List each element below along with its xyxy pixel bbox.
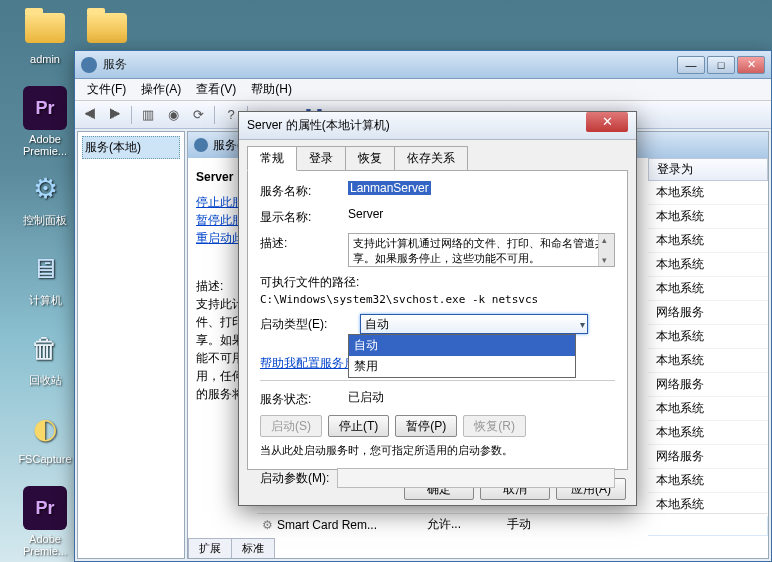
desktop-icon-回收站[interactable]: 🗑回收站: [16, 326, 74, 388]
list-item[interactable]: 本地系统: [648, 421, 768, 445]
desktop-icon-计算机[interactable]: 🖥计算机: [16, 246, 74, 308]
gear-icon: [194, 138, 208, 152]
list-item[interactable]: 本地系统: [648, 397, 768, 421]
desktop-icon-Adobe Premie...[interactable]: PrAdobe Premie...: [16, 86, 74, 157]
service-name-label: 服务名称:: [260, 181, 348, 200]
service-name-value: LanmanServer: [348, 181, 431, 195]
refresh-button[interactable]: ⟳: [187, 104, 209, 126]
list-item[interactable]: 本地系统: [648, 181, 768, 205]
bottom-tab[interactable]: 扩展: [188, 538, 232, 558]
startup-type-label: 启动类型(E):: [260, 314, 360, 333]
dialog-titlebar[interactable]: Server 的属性(本地计算机) ✕: [239, 112, 636, 140]
exe-path-value: C:\Windows\system32\svchost.exe -k netsv…: [260, 293, 615, 306]
chevron-down-icon: ▾: [580, 319, 585, 330]
list-item[interactable]: 网络服务: [648, 373, 768, 397]
option-auto[interactable]: 自动: [349, 335, 575, 356]
status-label: 服务状态:: [260, 389, 348, 408]
dialog-tab[interactable]: 常规: [247, 146, 297, 171]
tree-root[interactable]: 服务(本地): [82, 136, 180, 159]
list-item[interactable]: 本地系统: [648, 469, 768, 493]
menu-item[interactable]: 操作(A): [135, 79, 187, 100]
list-item[interactable]: 本地系统: [648, 253, 768, 277]
description-box: 支持此计算机通过网络的文件、打印、和命名管道共享。如果服务停止，这些功能不可用。: [348, 233, 615, 267]
list-item[interactable]: 本地系统: [648, 325, 768, 349]
column-header-logon[interactable]: 登录为: [648, 158, 768, 181]
back-button[interactable]: ⯇: [79, 104, 101, 126]
bottom-service-row[interactable]: ⚙ Smart Card Rem... 允许... 手动: [257, 513, 767, 535]
minimize-button[interactable]: —: [677, 56, 705, 74]
list-item[interactable]: 网络服务: [648, 445, 768, 469]
list-item[interactable]: 本地系统: [648, 277, 768, 301]
dialog-tab[interactable]: 登录: [296, 146, 346, 170]
start-params-hint: 当从此处启动服务时，您可指定所适用的启动参数。: [260, 443, 615, 458]
menubar: 文件(F)操作(A)查看(V)帮助(H): [75, 79, 771, 101]
start-params-input: [337, 468, 615, 488]
bottom-tabs: 扩展标准: [188, 538, 274, 558]
dialog-tabs: 常规登录恢复依存关系: [239, 140, 636, 170]
services-title: 服务: [103, 56, 677, 73]
dialog-tab[interactable]: 依存关系: [394, 146, 468, 170]
display-name-label: 显示名称:: [260, 207, 348, 226]
dialog-tab[interactable]: 恢复: [345, 146, 395, 170]
list-item[interactable]: 本地系统: [648, 229, 768, 253]
services-titlebar[interactable]: 服务 — □ ✕: [75, 51, 771, 79]
bottom-tab[interactable]: 标准: [231, 538, 275, 558]
services-icon: [81, 57, 97, 73]
description-scrollbar[interactable]: [598, 234, 614, 266]
tab-panel-general: 服务名称: LanmanServer 显示名称: Server 描述: 支持此计…: [247, 170, 628, 470]
list-item[interactable]: 本地系统: [648, 349, 768, 373]
option-disabled[interactable]: 禁用: [349, 356, 575, 377]
start-button: 启动(S): [260, 415, 322, 437]
startup-type-combo[interactable]: 自动 ▾: [360, 314, 588, 334]
dialog-title: Server 的属性(本地计算机): [247, 117, 586, 134]
dialog-close-button[interactable]: ✕: [586, 112, 628, 132]
display-name-value: Server: [348, 207, 615, 221]
show-hide-button[interactable]: ▥: [137, 104, 159, 126]
menu-item[interactable]: 查看(V): [190, 79, 242, 100]
list-item[interactable]: 网络服务: [648, 301, 768, 325]
resume-button: 恢复(R): [463, 415, 526, 437]
desktop-icon-admin[interactable]: admin: [16, 6, 74, 65]
maximize-button[interactable]: □: [707, 56, 735, 74]
gear-icon: ⚙: [257, 518, 277, 532]
start-params-label: 启动参数(M):: [260, 470, 329, 487]
close-button[interactable]: ✕: [737, 56, 765, 74]
desktop-icon-Adobe Premie...[interactable]: PrAdobe Premie...: [16, 486, 74, 557]
desktop-icon-FSCapture[interactable]: ◐FSCapture: [16, 406, 74, 465]
desktop-icon-控制面板[interactable]: ⚙控制面板: [16, 166, 74, 228]
list-item[interactable]: 本地系统: [648, 205, 768, 229]
export-button[interactable]: ◉: [162, 104, 184, 126]
stop-button[interactable]: 停止(T): [328, 415, 389, 437]
desc-label: 描述:: [196, 279, 223, 293]
pause-button[interactable]: 暂停(P): [395, 415, 457, 437]
forward-button[interactable]: ⯈: [104, 104, 126, 126]
description-label: 描述:: [260, 233, 348, 252]
startup-type-dropdown[interactable]: 自动 禁用: [348, 334, 576, 378]
menu-item[interactable]: 文件(F): [81, 79, 132, 100]
exe-path-label: 可执行文件的路径:: [260, 274, 615, 291]
properties-dialog: Server 的属性(本地计算机) ✕ 常规登录恢复依存关系 服务名称: Lan…: [238, 111, 637, 506]
menu-item[interactable]: 帮助(H): [245, 79, 298, 100]
tree-pane: 服务(本地): [77, 131, 185, 559]
status-value: 已启动: [348, 389, 615, 406]
service-list[interactable]: 登录为 本地系统本地系统本地系统本地系统本地系统网络服务本地系统本地系统网络服务…: [648, 158, 768, 536]
